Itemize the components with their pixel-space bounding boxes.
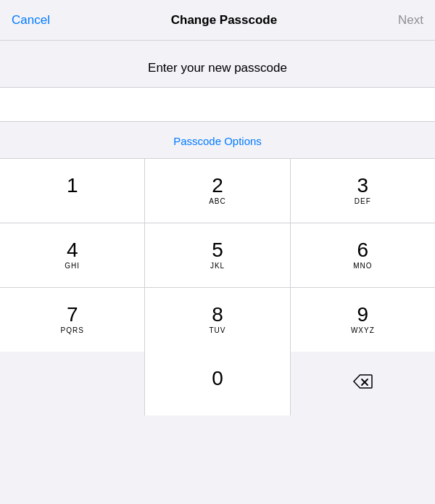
prompt-section: Enter your new passcode <box>0 41 435 87</box>
keypad-key-8[interactable]: 8 TUV <box>145 288 289 352</box>
keypad-key-1[interactable]: 1 <box>0 159 144 223</box>
key-3-number: 3 <box>357 175 369 196</box>
key-9-number: 9 <box>357 305 369 325</box>
keypad-bottom-row: 0 <box>0 352 435 416</box>
page-title: Change Passcode <box>171 13 277 28</box>
key-7-letters: PQRS <box>60 326 83 336</box>
key-1-number: 1 <box>67 175 78 196</box>
keypad-key-0[interactable]: 0 <box>145 352 289 416</box>
next-button: Next <box>398 7 423 33</box>
keypad: 1 2 ABC 3 DEF 4 GHI 5 JKL 6 MNO 7 PQRS 8… <box>0 158 435 352</box>
key-7-number: 7 <box>67 305 78 325</box>
navigation-bar: Cancel Change Passcode Next <box>0 0 435 41</box>
key-2-number: 2 <box>212 175 223 196</box>
key-9-letters: WXYZ <box>351 326 375 336</box>
passcode-options-section: Passcode Options <box>0 122 435 158</box>
keypad-delete-button[interactable] <box>291 352 435 416</box>
passcode-options-button[interactable]: Passcode Options <box>173 135 262 147</box>
passcode-input-area[interactable] <box>0 87 435 122</box>
key-5-letters: JKL <box>210 262 225 271</box>
key-6-number: 6 <box>357 240 369 260</box>
keypad-key-3[interactable]: 3 DEF <box>291 159 435 223</box>
key-2-letters: ABC <box>209 197 226 207</box>
keypad-key-5[interactable]: 5 JKL <box>145 223 289 287</box>
key-8-number: 8 <box>212 305 223 325</box>
keypad-empty <box>0 352 144 416</box>
key-zero-number: 0 <box>212 368 223 389</box>
key-4-letters: GHI <box>65 262 80 271</box>
key-5-number: 5 <box>212 240 223 260</box>
delete-icon <box>352 373 373 394</box>
key-4-number: 4 <box>67 240 78 260</box>
keypad-key-4[interactable]: 4 GHI <box>0 223 144 287</box>
key-3-letters: DEF <box>355 197 371 207</box>
cancel-button[interactable]: Cancel <box>12 7 50 33</box>
key-6-letters: MNO <box>353 262 372 271</box>
prompt-text: Enter your new passcode <box>148 61 287 75</box>
key-8-letters: TUV <box>209 326 225 336</box>
keypad-key-6[interactable]: 6 MNO <box>291 223 435 287</box>
keypad-key-9[interactable]: 9 WXYZ <box>291 288 435 352</box>
keypad-key-2[interactable]: 2 ABC <box>145 159 289 223</box>
keypad-key-7[interactable]: 7 PQRS <box>0 288 144 352</box>
